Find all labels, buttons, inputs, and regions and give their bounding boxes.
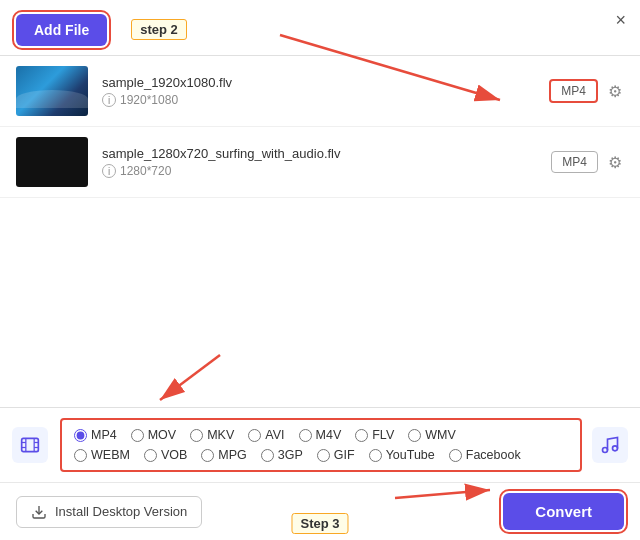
file-name: sample_1920x1080.flv bbox=[102, 75, 549, 90]
radio-3gp[interactable] bbox=[261, 449, 274, 462]
radio-mpg[interactable] bbox=[201, 449, 214, 462]
radio-mkv[interactable] bbox=[190, 429, 203, 442]
install-label: Install Desktop Version bbox=[55, 504, 187, 519]
format-badge[interactable]: MP4 bbox=[549, 79, 598, 103]
step3-label: Step 3 bbox=[291, 513, 348, 534]
info-icon: i bbox=[102, 93, 116, 107]
radio-flv[interactable] bbox=[355, 429, 368, 442]
format-badge[interactable]: MP4 bbox=[551, 151, 598, 173]
file-thumbnail bbox=[16, 66, 88, 116]
file-resolution: 1280*720 bbox=[120, 164, 171, 178]
file-resolution: 1920*1080 bbox=[120, 93, 178, 107]
format-option-flv[interactable]: FLV bbox=[355, 428, 394, 442]
file-actions: MP4 ⚙ bbox=[549, 79, 624, 103]
format-option-mkv[interactable]: MKV bbox=[190, 428, 234, 442]
settings-button[interactable]: ⚙ bbox=[606, 151, 624, 174]
format-option-mov[interactable]: MOV bbox=[131, 428, 176, 442]
format-option-youtube[interactable]: YouTube bbox=[369, 448, 435, 462]
format-section: MP4 MOV MKV AVI M4V FLV bbox=[0, 408, 640, 483]
format-options-box: MP4 MOV MKV AVI M4V FLV bbox=[60, 418, 582, 472]
music-icon bbox=[600, 435, 620, 455]
info-icon: i bbox=[102, 164, 116, 178]
file-list: sample_1920x1080.flv i 1920*1080 MP4 ⚙ s… bbox=[0, 56, 640, 407]
radio-facebook[interactable] bbox=[449, 449, 462, 462]
radio-vob[interactable] bbox=[144, 449, 157, 462]
format-option-gif[interactable]: GIF bbox=[317, 448, 355, 462]
format-option-mpg[interactable]: MPG bbox=[201, 448, 246, 462]
format-option-facebook[interactable]: Facebook bbox=[449, 448, 521, 462]
convert-button[interactable]: Convert bbox=[503, 493, 624, 530]
format-option-wmv[interactable]: WMV bbox=[408, 428, 456, 442]
format-row-2: WEBM VOB MPG 3GP GIF YouT bbox=[74, 448, 568, 462]
radio-mov[interactable] bbox=[131, 429, 144, 442]
radio-wmv[interactable] bbox=[408, 429, 421, 442]
format-row-1: MP4 MOV MKV AVI M4V FLV bbox=[74, 428, 568, 442]
settings-button[interactable]: ⚙ bbox=[606, 80, 624, 103]
film-icon bbox=[20, 435, 40, 455]
format-option-webm[interactable]: WEBM bbox=[74, 448, 130, 462]
radio-webm[interactable] bbox=[74, 449, 87, 462]
format-option-3gp[interactable]: 3GP bbox=[261, 448, 303, 462]
radio-m4v[interactable] bbox=[299, 429, 312, 442]
file-thumbnail bbox=[16, 137, 88, 187]
bottom-panel: MP4 MOV MKV AVI M4V FLV bbox=[0, 407, 640, 540]
close-button[interactable]: × bbox=[615, 10, 626, 31]
format-option-vob[interactable]: VOB bbox=[144, 448, 187, 462]
svg-point-8 bbox=[613, 446, 618, 451]
file-meta: i 1920*1080 bbox=[102, 93, 549, 107]
file-actions: MP4 ⚙ bbox=[551, 151, 624, 174]
file-meta: i 1280*720 bbox=[102, 164, 551, 178]
radio-mp4[interactable] bbox=[74, 429, 87, 442]
file-info: sample_1280x720_surfing_with_audio.flv i… bbox=[102, 146, 551, 178]
svg-point-7 bbox=[603, 448, 608, 453]
top-bar: Add File step 2 × bbox=[0, 0, 640, 56]
svg-rect-0 bbox=[22, 438, 39, 451]
radio-gif[interactable] bbox=[317, 449, 330, 462]
step2-label: step 2 bbox=[131, 19, 187, 40]
video-format-icon bbox=[12, 427, 48, 463]
main-window: Add File step 2 × sample_1920x1080.flv i… bbox=[0, 0, 640, 540]
radio-avi[interactable] bbox=[248, 429, 261, 442]
file-info: sample_1920x1080.flv i 1920*1080 bbox=[102, 75, 549, 107]
install-desktop-button[interactable]: Install Desktop Version bbox=[16, 496, 202, 528]
add-file-button[interactable]: Add File bbox=[16, 14, 107, 46]
format-option-mp4[interactable]: MP4 bbox=[74, 428, 117, 442]
bottom-actions: Install Desktop Version Step 3 Convert bbox=[0, 483, 640, 540]
audio-icon bbox=[592, 427, 628, 463]
table-row: sample_1920x1080.flv i 1920*1080 MP4 ⚙ bbox=[0, 56, 640, 127]
table-row: sample_1280x720_surfing_with_audio.flv i… bbox=[0, 127, 640, 198]
format-option-m4v[interactable]: M4V bbox=[299, 428, 342, 442]
file-name: sample_1280x720_surfing_with_audio.flv bbox=[102, 146, 551, 161]
format-option-avi[interactable]: AVI bbox=[248, 428, 284, 442]
download-icon bbox=[31, 504, 47, 520]
radio-youtube[interactable] bbox=[369, 449, 382, 462]
